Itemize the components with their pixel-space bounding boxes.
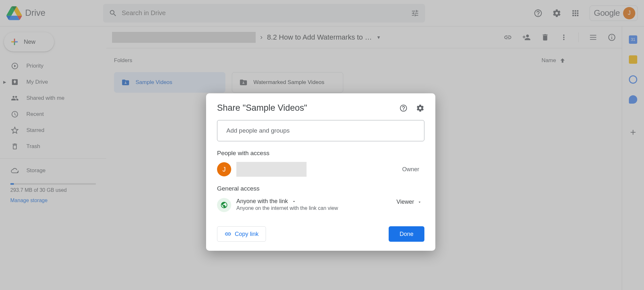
header-right: Google J	[534, 5, 638, 21]
role-label: Viewer	[396, 199, 414, 205]
chevron-down-icon	[292, 199, 296, 204]
access-dropdown[interactable]: Anyone with the link	[236, 198, 391, 205]
new-button-label: New	[24, 39, 35, 45]
gear-icon[interactable]	[552, 9, 561, 18]
arrow-up-icon	[559, 57, 566, 64]
addon-plus-icon[interactable]	[629, 128, 637, 136]
sidebar-item-label: Recent	[26, 111, 44, 117]
crumb-actions	[504, 33, 616, 42]
access-subtitle: Anyone on the internet with the link can…	[236, 205, 391, 211]
sidebar-item-label: Trash	[26, 143, 40, 150]
logo-area[interactable]: Drive	[6, 5, 103, 21]
breadcrumb-parent-masked[interactable]	[112, 32, 256, 43]
sidebar-item-mydrive[interactable]: ▶ My Drive	[0, 74, 106, 90]
sidebar-item-label: My Drive	[26, 79, 48, 85]
shared-folder-icon	[239, 78, 248, 87]
sidebar-item-label: Shared with me	[26, 95, 64, 101]
sidebar-item-starred[interactable]: Starred	[0, 122, 106, 138]
sidebar-item-label: Storage	[26, 167, 46, 174]
contacts-icon[interactable]	[629, 95, 637, 104]
share-dialog: Share "Sample Videos" People with access…	[206, 93, 435, 251]
chevron-down-icon[interactable]: ▼	[376, 35, 381, 40]
help-icon[interactable]	[534, 9, 543, 18]
mydrive-icon	[11, 78, 19, 86]
done-button[interactable]: Done	[389, 226, 424, 242]
tune-icon[interactable]	[411, 9, 419, 17]
copy-link-button[interactable]: Copy link	[217, 226, 266, 242]
priority-icon	[11, 62, 19, 70]
dialog-title: Share "Sample Videos"	[217, 103, 391, 113]
apps-icon[interactable]	[571, 9, 580, 18]
person-add-icon[interactable]	[522, 33, 531, 42]
sort-label: Name	[542, 57, 556, 64]
sidebar-item-priority[interactable]: Priority	[0, 58, 106, 74]
sidepanel: 31	[622, 26, 644, 290]
person-name-masked	[236, 162, 307, 177]
header: Drive Google J	[0, 0, 644, 26]
breadcrumb-current[interactable]: 8.2 How to Add Watermarks to …	[267, 33, 372, 42]
copy-link-label: Copy link	[235, 231, 259, 238]
calendar-icon[interactable]: 31	[629, 35, 637, 44]
divider	[578, 33, 579, 42]
folder-label: Sample Videos	[136, 79, 172, 86]
star-icon	[11, 126, 19, 134]
sidebar-item-shared[interactable]: Shared with me	[0, 90, 106, 106]
tasks-icon[interactable]	[629, 75, 637, 84]
cloud-icon	[11, 167, 19, 174]
search-icon	[109, 9, 117, 17]
person-row: J Owner	[217, 162, 424, 177]
owner-label: Owner	[402, 166, 419, 173]
folder-label: Watermarked Sample Videos	[253, 79, 324, 86]
sidebar-item-trash[interactable]: Trash	[0, 138, 106, 154]
manage-storage-link[interactable]: Manage storage	[10, 198, 106, 203]
link-icon[interactable]	[504, 33, 512, 42]
shared-icon	[11, 94, 19, 102]
general-heading: General access	[217, 185, 424, 192]
help-icon[interactable]	[399, 104, 408, 112]
avatar: J	[623, 7, 635, 19]
breadcrumb: › 8.2 How to Add Watermarks to … ▼	[106, 26, 622, 48]
sidebar: New Priority ▶ My Drive Shared with me R…	[0, 26, 106, 290]
search-input[interactable]	[122, 9, 411, 17]
chevron-right-icon: ›	[260, 33, 262, 42]
app-name: Drive	[25, 8, 45, 18]
google-logo-text: Google	[594, 8, 620, 18]
access-title-text: Anyone with the link	[236, 198, 288, 205]
sidebar-item-recent[interactable]: Recent	[0, 106, 106, 122]
person-avatar: J	[217, 162, 231, 176]
globe-icon	[220, 201, 228, 209]
sidebar-item-storage[interactable]: Storage	[0, 163, 106, 179]
keep-icon[interactable]	[629, 55, 637, 64]
storage-bar	[10, 183, 96, 185]
sidebar-item-label: Starred	[26, 127, 44, 134]
gear-icon[interactable]	[416, 104, 424, 112]
drive-logo-icon	[6, 5, 22, 21]
shared-folder-icon	[121, 78, 130, 87]
link-icon	[224, 230, 232, 238]
search-bar[interactable]	[103, 4, 425, 23]
section-label: Folders	[114, 57, 132, 64]
role-dropdown[interactable]: Viewer	[396, 199, 422, 205]
folder-card[interactable]: Watermarked Sample Videos	[232, 72, 343, 93]
chevron-down-icon	[417, 200, 422, 204]
plus-icon	[10, 37, 19, 47]
people-heading: People with access	[217, 150, 424, 157]
list-view-icon[interactable]	[589, 33, 597, 42]
sort-control[interactable]: Name	[542, 57, 614, 64]
more-icon[interactable]	[560, 33, 568, 42]
trash-icon	[11, 143, 19, 150]
globe-badge	[217, 198, 231, 212]
account-chip[interactable]: Google J	[590, 5, 638, 21]
recent-icon	[11, 110, 19, 118]
access-row: Anyone with the link Anyone on the inter…	[217, 198, 424, 212]
info-icon[interactable]	[608, 33, 616, 42]
add-people-input[interactable]	[217, 120, 424, 141]
new-button[interactable]: New	[4, 32, 54, 51]
storage-used-text: 293.7 MB of 30 GB used	[10, 187, 106, 193]
chevron-right-icon[interactable]: ▶	[3, 80, 6, 84]
sidebar-item-label: Priority	[26, 63, 43, 69]
folder-card[interactable]: Sample Videos	[114, 72, 225, 93]
delete-icon[interactable]	[541, 33, 549, 42]
